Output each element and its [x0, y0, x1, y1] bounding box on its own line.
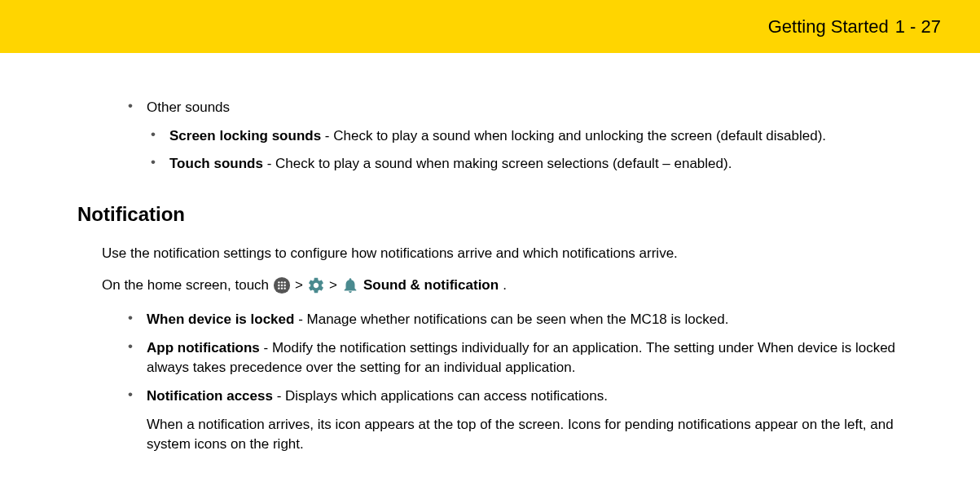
svg-point-6	[284, 285, 286, 286]
paragraph-intro: Use the notification settings to configu…	[77, 244, 907, 264]
header-page-number: 1 - 27	[895, 16, 941, 38]
bell-icon	[341, 276, 359, 294]
option-desc: - Check to play a sound when locking and…	[321, 128, 826, 144]
svg-point-4	[278, 285, 279, 286]
path-separator: >	[295, 276, 303, 296]
option-label: Notification access	[147, 388, 273, 404]
svg-point-2	[281, 281, 283, 283]
bullet-icon: •	[77, 154, 169, 174]
svg-point-5	[281, 285, 283, 286]
apps-grid-icon	[273, 276, 291, 294]
bullet-icon: •	[77, 310, 147, 330]
bullet-text: App notifications - Modify the notificat…	[147, 338, 907, 378]
option-label: App notifications	[147, 340, 260, 356]
option-desc: - Modify the notification settings indiv…	[147, 340, 895, 376]
bullet-icon: •	[77, 98, 147, 118]
option-desc: - Manage whether notifications can be se…	[294, 311, 728, 327]
path-prefix: On the home screen, touch	[102, 276, 269, 296]
bullet-text: Notification access - Displays which app…	[147, 386, 907, 407]
list-item: • Notification access - Displays which a…	[77, 386, 907, 407]
option-desc: - Displays which applications can access…	[273, 388, 608, 404]
bullet-text: Screen locking sounds - Check to play a …	[169, 126, 907, 147]
path-destination-label: Sound & notification	[363, 276, 499, 296]
list-item: • Screen locking sounds - Check to play …	[77, 126, 907, 147]
svg-point-8	[281, 287, 283, 289]
period: .	[503, 276, 507, 296]
bullet-icon: •	[77, 386, 147, 407]
list-item: • When device is locked - Manage whether…	[77, 310, 907, 330]
document-content: • Other sounds • Screen locking sounds -…	[0, 53, 980, 477]
svg-point-1	[278, 281, 279, 283]
paragraph-arrival-note: When a notification arrives, its icon ap…	[77, 415, 907, 455]
header-title: Getting Started	[768, 16, 889, 38]
bullet-icon: •	[77, 338, 147, 378]
gear-icon	[307, 276, 325, 294]
svg-point-7	[278, 287, 279, 289]
list-item: • Other sounds	[77, 98, 907, 118]
option-desc: - Check to play a sound when making scre…	[263, 156, 732, 171]
list-item: • App notifications - Modify the notific…	[77, 338, 907, 378]
bullet-icon: •	[77, 126, 169, 147]
bullet-text: Touch sounds - Check to play a sound whe…	[169, 154, 907, 174]
list-item: • Touch sounds - Check to play a sound w…	[77, 154, 907, 174]
option-label: Screen locking sounds	[169, 128, 321, 144]
option-label: When device is locked	[147, 311, 294, 327]
navigation-path: On the home screen, touch > >	[77, 276, 907, 296]
svg-point-9	[284, 287, 286, 289]
option-label: Touch sounds	[169, 156, 263, 171]
path-separator: >	[329, 276, 337, 296]
svg-point-3	[284, 281, 286, 283]
bullet-text: When device is locked - Manage whether n…	[147, 310, 907, 330]
page-header: Getting Started 1 - 27	[0, 0, 980, 53]
section-heading-notification: Notification	[77, 203, 907, 226]
bullet-text: Other sounds	[147, 98, 907, 118]
